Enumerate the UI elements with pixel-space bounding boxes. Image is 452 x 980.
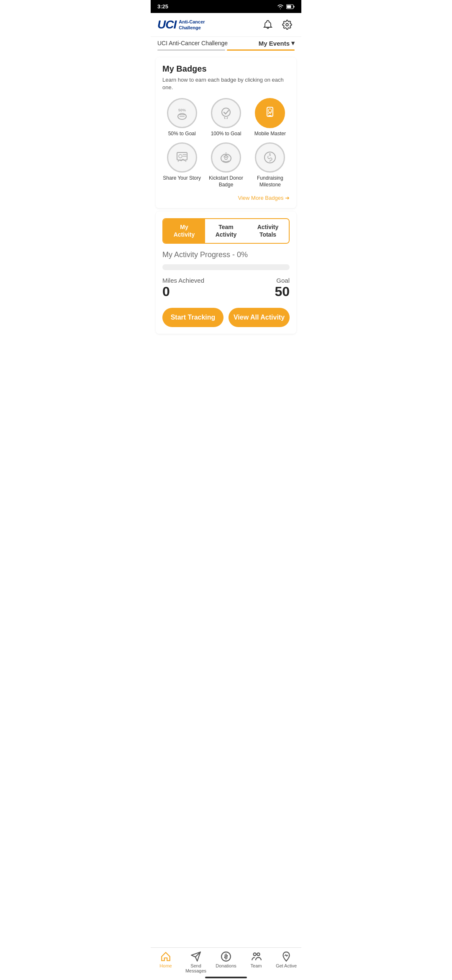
share-story-icon [174,149,190,166]
action-buttons: Start Tracking View All Activity [162,308,290,327]
mobile-master-icon [262,105,278,121]
goal-side: Goal 50 [275,277,290,299]
badge-share-story-circle [167,142,197,173]
badge-mobile-master-label: Mobile Master [254,131,286,137]
tab-my-activity[interactable]: MyActivity [163,219,205,242]
badge-share-story[interactable]: Share Your Story [162,142,201,188]
miles-achieved: Miles Achieved 0 [162,277,204,299]
main-content: My Badges Learn how to earn each badge b… [151,54,301,371]
badge-fundraising-milestone-circle: $ [255,142,285,173]
svg-rect-1 [294,6,295,8]
top-tab-strip [157,49,295,51]
gear-icon [282,20,292,30]
badge-fifty-goal[interactable]: 50% 50% to Goal [162,98,201,137]
svg-point-3 [286,23,288,26]
header-icons [260,17,295,32]
status-bar: 3:25 [151,0,301,13]
svg-point-15 [225,157,227,160]
badge-kickstart-donor-circle [211,142,241,173]
activity-tabs: MyActivity TeamActivity ActivityTotals [162,218,290,243]
progress-title: My Activity Progress - 0% [162,250,290,259]
svg-point-8 [222,108,230,116]
kickstart-donor-icon [218,149,234,166]
badges-subtitle: Learn how to earn each badge by clicking… [162,76,290,91]
settings-button[interactable] [280,17,295,32]
badges-section: My Badges Learn how to earn each badge b… [156,57,296,208]
badge-mobile-master-circle [255,98,285,128]
badges-title: My Badges [162,64,290,74]
progress-bar-background [162,264,290,270]
badge-fifty-goal-circle: 50% [167,98,197,128]
fifty-goal-icon: 50% [174,105,190,121]
tab-team-activity[interactable]: TeamActivity [205,219,247,242]
badge-fundraising-milestone[interactable]: $ Fundraising Milestone [251,142,290,188]
org-name: UCI Anti-Cancer Challenge [157,40,228,46]
view-all-activity-button[interactable]: View All Activity [229,308,290,327]
tab-strip-right [227,49,295,51]
bottom-spacer [151,337,301,371]
notification-button[interactable] [260,17,275,32]
logo: UCI Anti-Cancer Challenge [157,18,205,31]
badge-hundred-goal-circle [211,98,241,128]
view-more-badges-link[interactable]: View More Badges ➜ [238,195,290,201]
battery-icon [286,4,295,9]
badge-kickstart-donor-label: Kickstart Donor Badge [206,175,245,188]
view-more-badges: View More Badges ➜ [162,194,290,201]
activity-section: MyActivity TeamActivity ActivityTotals M… [156,211,296,333]
bell-icon [263,20,273,30]
badge-fifty-goal-label: 50% to Goal [168,131,196,137]
badge-hundred-goal-label: 100% to Goal [211,131,241,137]
status-icons [277,4,295,9]
start-tracking-button[interactable]: Start Tracking [162,308,223,327]
svg-rect-2 [287,5,291,8]
fundraising-milestone-icon: $ [262,149,278,166]
badge-share-story-label: Share Your Story [163,175,201,182]
sub-header: UCI Anti-Cancer Challenge My Events ▾ [151,37,301,49]
challenge-logo-text: Anti-Cancer Challenge [179,19,205,31]
svg-text:50%: 50% [178,108,186,112]
hundred-goal-icon [218,105,234,121]
my-events-button[interactable]: My Events ▾ [259,39,295,47]
svg-point-13 [179,155,182,158]
uci-logo-text: UCI [157,18,176,31]
badge-hundred-goal[interactable]: 100% to Goal [206,98,245,137]
status-time: 3:25 [157,3,168,10]
badges-grid: 50% 50% to Goal 100% to [162,98,290,188]
miles-row: Miles Achieved 0 Goal 50 [162,277,290,299]
badge-mobile-master[interactable]: Mobile Master [251,98,290,137]
tab-strip-left [157,49,225,51]
header: UCI Anti-Cancer Challenge [151,13,301,37]
badge-fundraising-milestone-label: Fundraising Milestone [251,175,290,188]
wifi-icon [277,4,284,9]
badge-kickstart-donor[interactable]: Kickstart Donor Badge [206,142,245,188]
svg-point-10 [268,109,272,112]
tab-activity-totals[interactable]: ActivityTotals [247,219,289,242]
